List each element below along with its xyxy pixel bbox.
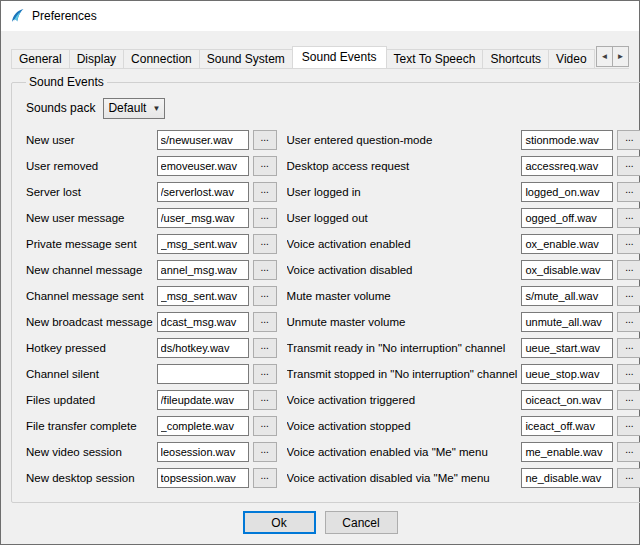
right-browse-button-10[interactable]: ... [617,390,640,410]
left-browse-button-4[interactable]: ... [253,234,277,254]
left-browse-button-8[interactable]: ... [253,338,277,358]
tab-scroller: ◄ ► [597,46,629,67]
sound-event-label: Channel message sent [26,290,157,302]
right-sound-file-input-12[interactable] [521,442,613,462]
right-browse-button-12[interactable]: ... [617,442,640,462]
right-browse-button-0[interactable]: ... [617,130,640,150]
sounds-pack-value: Default [108,101,146,115]
tab-sound-events[interactable]: Sound Events [292,46,387,69]
sound-event-label: Voice activation disabled [287,264,522,276]
sound-event-label: New broadcast message [26,316,157,328]
window-title: Preferences [32,9,97,23]
right-browse-button-5[interactable]: ... [617,260,640,280]
left-browse-button-12[interactable]: ... [253,442,277,462]
sounds-pack-label: Sounds pack [26,101,95,115]
tab-video[interactable]: Video [548,49,594,68]
left-sound-file-input-11[interactable] [157,416,249,436]
tab-connection[interactable]: Connection [123,49,200,68]
sound-event-row: New video session ... [26,439,277,465]
sound-events-column-right: User entered question-mode ... Desktop a… [287,127,640,491]
left-sound-file-input-9[interactable] [157,364,249,384]
left-browse-button-0[interactable]: ... [253,130,277,150]
right-sound-file-input-6[interactable] [521,286,613,306]
left-browse-button-11[interactable]: ... [253,416,277,436]
right-sound-file-input-13[interactable] [521,468,613,488]
sound-event-row: Transmit stopped in "No interruption" ch… [287,361,640,387]
sounds-pack-select[interactable]: Default ▼ [103,98,165,119]
ok-button[interactable]: Ok [243,511,316,534]
left-sound-file-input-13[interactable] [157,468,249,488]
sounds-pack-row: Sounds pack Default ▼ [26,97,640,119]
tab-scroll-left-button[interactable]: ◄ [596,46,613,67]
right-browse-button-3[interactable]: ... [617,208,640,228]
dialog-footer: Ok Cancel [11,503,629,536]
right-browse-button-2[interactable]: ... [617,182,640,202]
left-browse-button-1[interactable]: ... [253,156,277,176]
left-sound-file-input-0[interactable] [157,130,249,150]
app-icon [9,8,25,24]
right-sound-file-input-10[interactable] [521,390,613,410]
right-browse-button-7[interactable]: ... [617,312,640,332]
left-sound-file-input-1[interactable] [157,156,249,176]
tab-sound-system[interactable]: Sound System [199,49,293,68]
right-browse-button-11[interactable]: ... [617,416,640,436]
left-browse-button-2[interactable]: ... [253,182,277,202]
sound-event-label: Voice activation enabled [287,238,522,250]
tab-general[interactable]: General [11,49,70,68]
right-sound-file-input-4[interactable] [521,234,613,254]
right-browse-button-9[interactable]: ... [617,364,640,384]
left-browse-button-3[interactable]: ... [253,208,277,228]
right-browse-button-4[interactable]: ... [617,234,640,254]
right-browse-button-6[interactable]: ... [617,286,640,306]
right-sound-file-input-3[interactable] [521,208,613,228]
sound-events-groupbox: Sound Events Sounds pack Default ▼ New u… [11,75,640,503]
left-sound-file-input-12[interactable] [157,442,249,462]
sound-event-label: Private message sent [26,238,157,250]
sound-event-label: User logged in [287,186,522,198]
sound-event-row: Desktop access request ... [287,153,640,179]
right-sound-file-input-8[interactable] [521,338,613,358]
left-browse-button-10[interactable]: ... [253,390,277,410]
tab-text-to-speech[interactable]: Text To Speech [386,49,484,68]
left-sound-file-input-2[interactable] [157,182,249,202]
left-browse-button-9[interactable]: ... [253,364,277,384]
right-sound-file-input-11[interactable] [521,416,613,436]
left-browse-button-5[interactable]: ... [253,260,277,280]
tab-shortcuts[interactable]: Shortcuts [482,49,549,68]
sound-event-row: Mute master volume ... [287,283,640,309]
left-sound-file-input-8[interactable] [157,338,249,358]
right-sound-file-input-7[interactable] [521,312,613,332]
sound-event-row: User entered question-mode ... [287,127,640,153]
sound-event-row: Channel silent ... [26,361,277,387]
sound-event-label: New channel message [26,264,157,276]
left-browse-button-7[interactable]: ... [253,312,277,332]
right-browse-button-8[interactable]: ... [617,338,640,358]
cancel-button[interactable]: Cancel [325,511,398,534]
left-sound-file-input-10[interactable] [157,390,249,410]
left-sound-file-input-6[interactable] [157,286,249,306]
sound-event-label: Transmit ready in "No interruption" chan… [287,342,522,354]
tab-scroll-right-button[interactable]: ► [612,46,629,67]
right-sound-file-input-9[interactable] [521,364,613,384]
sound-event-label: Unmute master volume [287,316,522,328]
right-browse-button-1[interactable]: ... [617,156,640,176]
left-sound-file-input-3[interactable] [157,208,249,228]
sound-event-row: User logged out ... [287,205,640,231]
left-browse-button-6[interactable]: ... [253,286,277,306]
left-sound-file-input-4[interactable] [157,234,249,254]
right-browse-button-13[interactable]: ... [617,468,640,488]
tab-display[interactable]: Display [69,49,124,68]
right-sound-file-input-2[interactable] [521,182,613,202]
left-sound-file-input-5[interactable] [157,260,249,280]
right-sound-file-input-1[interactable] [521,156,613,176]
left-browse-button-13[interactable]: ... [253,468,277,488]
sound-event-row: User removed ... [26,153,277,179]
sound-event-label: Transmit stopped in "No interruption" ch… [287,368,522,380]
tab-content-sound-events: Sound Events Sounds pack Default ▼ New u… [1,69,639,544]
sound-event-label: New video session [26,446,157,458]
right-sound-file-input-5[interactable] [521,260,613,280]
sound-event-label: User removed [26,160,157,172]
right-sound-file-input-0[interactable] [521,130,613,150]
sound-event-row: File transfer complete ... [26,413,277,439]
left-sound-file-input-7[interactable] [157,312,249,332]
